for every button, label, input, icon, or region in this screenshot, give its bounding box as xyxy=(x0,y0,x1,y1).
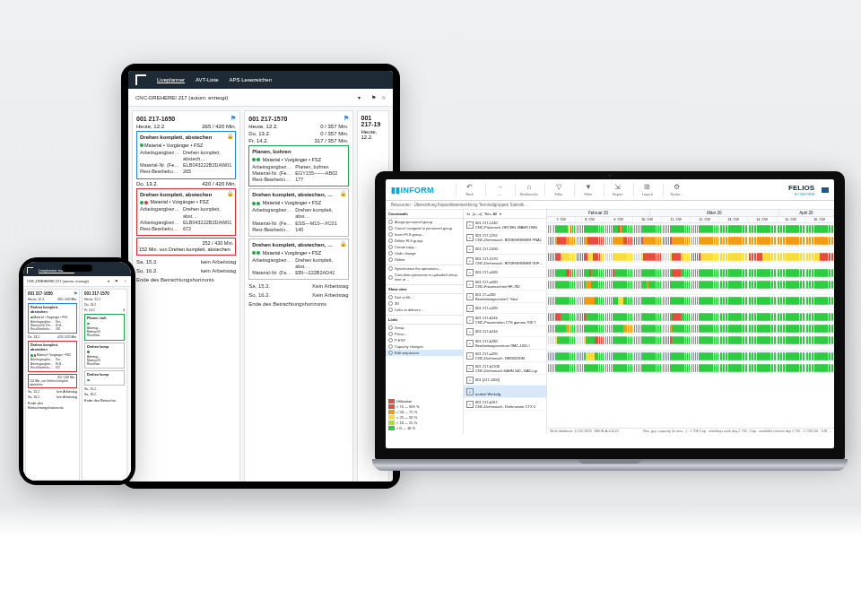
resource-row[interactable]: +001 217-a500CNC-Fräsmaschine HF-700 xyxy=(464,278,546,291)
expand-icon[interactable]: + xyxy=(466,305,474,312)
sidebar-item[interactable]: Insert FLS group… xyxy=(386,231,463,238)
gantt-chart[interactable]: Februar 20März 20April 20 7. CW8. CW9. C… xyxy=(547,210,834,434)
task-card[interactable]: Drehen kompArbeitsg…Material-NRest-Bear xyxy=(84,343,125,369)
task-card[interactable]: Planen, bohren Material • Vorgänger • FS… xyxy=(248,145,348,187)
expand-icon[interactable]: + xyxy=(466,328,474,335)
task-card[interactable]: 🔒 Drehen komplett, abstechen, … Material… xyxy=(248,188,348,237)
utilization-segment xyxy=(603,336,604,344)
resource-row[interactable]: +001 217-b246 xyxy=(464,326,546,337)
star-icon[interactable]: ☆ xyxy=(381,94,386,100)
flag-icon[interactable]: ⚑ xyxy=(74,291,77,296)
task-card[interactable]: Drehen komp xyxy=(84,370,125,386)
sidebar-item[interactable]: Capacity changes xyxy=(386,343,463,350)
sidebar-item[interactable]: Cumulate operations in uploaded setup ti… xyxy=(386,272,463,282)
sidebar-item[interactable]: 3D xyxy=(386,300,463,307)
summary-band[interactable]: 252 / 420 Min. 152 Min. von Drehen kompl… xyxy=(136,238,236,256)
resource-row[interactable]: +001 27-a200Bearbeitungscenter1 "blau" xyxy=(464,291,546,303)
gantt-row[interactable] xyxy=(547,311,834,323)
sidebar-item[interactable]: Setup xyxy=(386,325,463,331)
resource-row[interactable]: +001 217-b267CNC-Drehmasch. Drehmeister … xyxy=(464,398,546,411)
summary-band[interactable]: 252 / 420 Min. 152 Min. von Drehen kompl… xyxy=(28,374,77,388)
star-icon[interactable]: ☆ xyxy=(124,279,127,283)
task-card[interactable]: Drehen komplett, abstechen Material • Vo… xyxy=(28,303,77,334)
sidebar-item[interactable]: Delete xyxy=(386,256,463,263)
resource-row[interactable]: +001 217-a500 xyxy=(464,267,546,278)
sidebar-item[interactable]: Links to delivere… xyxy=(386,307,463,313)
resource-selector[interactable]: CNC-DREHEREI 217 (autom. erzeugt) xyxy=(135,95,352,100)
task-card[interactable]: Drehen komplett, abstechen Material • Vo… xyxy=(28,341,77,371)
expand-icon[interactable]: + xyxy=(466,257,474,265)
gantt-row[interactable] xyxy=(547,251,834,263)
toolbar-button[interactable]: →— xyxy=(485,183,513,196)
toolbar-button[interactable]: ↶Back xyxy=(456,183,483,196)
chevron-down-icon[interactable]: ▾ xyxy=(500,212,501,216)
language-flag-icon[interactable] xyxy=(822,187,829,193)
nav-aps-lesezeichen[interactable]: APS Lesezeichen xyxy=(230,77,272,82)
sidebar-item[interactable]: Undo change xyxy=(386,250,463,256)
expand-icon[interactable]: + xyxy=(466,246,474,253)
toolbar-button[interactable]: ⊞Layout xyxy=(633,183,661,196)
view-tabs[interactable]: Resourcen · Übersichung Kapazitätsentwic… xyxy=(386,201,834,210)
expand-icon[interactable]: + xyxy=(466,281,474,288)
expand-icon[interactable]: + xyxy=(466,365,474,372)
toolbar-button[interactable]: ⌂Bookmarks xyxy=(515,183,543,196)
gantt-row[interactable] xyxy=(547,334,834,346)
sidebar-item[interactable]: Delete FLS group xyxy=(386,238,463,244)
flag-icon[interactable]: ⚑ xyxy=(344,115,349,122)
toolbar-button[interactable]: ▼Filter xyxy=(574,183,602,196)
task-card[interactable]: Planen, bohArbeitsg…Material-NRest-Bear xyxy=(84,314,125,341)
sidebar-item[interactable]: Create copy… xyxy=(386,244,463,250)
flag-icon[interactable]: ⚑ xyxy=(371,94,376,100)
expand-icon[interactable]: + xyxy=(466,377,474,384)
sidebar-item[interactable]: Cancel assigned to personnel group xyxy=(386,225,463,231)
resource-row[interactable]: +001 217-b280Bearbeitungszentrum DMC-105… xyxy=(464,337,546,350)
resource-row[interactable]: +001 217-1292CNC-Drehmasch. BODENRINGER … xyxy=(464,231,546,244)
resource-row[interactable]: +001 [217-1450] xyxy=(464,375,546,386)
resource-row[interactable]: +001 217-a200CNC-Drehmasch. DMG500CM xyxy=(464,350,546,362)
sidebar-item[interactable]: P EGY xyxy=(386,337,463,343)
expand-icon[interactable]: + xyxy=(466,221,474,229)
utilization-segment xyxy=(803,253,805,261)
toolbar-button[interactable]: ⇲Export xyxy=(604,183,631,196)
resource-row[interactable]: +001 217-1570CNC-Drehmasch. BODENRINGER … xyxy=(464,255,546,267)
resource-row[interactable]: +001 217-1500 xyxy=(464,244,546,255)
chevron-down-icon[interactable]: ▾ xyxy=(358,94,361,100)
chevron-down-icon[interactable]: ▾ xyxy=(108,279,109,283)
toolbar-button[interactable]: ▽Filter xyxy=(544,183,572,196)
expand-icon[interactable]: + xyxy=(466,234,474,241)
nav-liveplanner[interactable]: Liveplanner xyxy=(157,77,185,82)
task-card[interactable]: 🔒 Drehen komplett, abstechen Material • … xyxy=(136,131,236,179)
sidebar-item[interactable]: Assign personnel group xyxy=(386,219,463,225)
expand-icon[interactable]: + xyxy=(466,317,474,324)
expand-icon[interactable]: + xyxy=(466,388,474,395)
gantt-row[interactable] xyxy=(547,351,834,362)
gantt-row[interactable] xyxy=(547,323,834,334)
gantt-row[interactable] xyxy=(547,267,834,279)
resource-row[interactable]: +andere Werkzfg xyxy=(464,386,546,398)
task-card[interactable]: 🔒 Drehen komplett, abstechen Material • … xyxy=(136,188,236,237)
flag-icon[interactable]: ⚑ xyxy=(230,115,236,122)
resource-selector[interactable]: CNC-DREHEREI 217 (autom. erzeugt) xyxy=(27,279,102,283)
gantt-row[interactable] xyxy=(547,223,834,235)
resource-row[interactable]: +001 217-a100 xyxy=(464,303,546,314)
resource-row[interactable]: +001 217-1240CNC-Präzmach. DECKEL MAHO D… xyxy=(464,219,546,231)
resource-row[interactable]: +001 217-b246CNC-Präzzentrum CTS gamma 7… xyxy=(464,314,546,326)
flag-icon[interactable]: ⚑ xyxy=(115,279,118,283)
expand-icon[interactable]: + xyxy=(466,352,474,360)
nav-avt-liste[interactable]: AVT-Liste xyxy=(196,77,219,82)
expand-icon[interactable]: + xyxy=(466,269,474,276)
expand-icon[interactable]: + xyxy=(466,401,474,408)
sidebar-item[interactable]: Perso… xyxy=(386,331,463,337)
gantt-row[interactable] xyxy=(547,235,834,247)
task-card[interactable]: 🔒 Drehen komplett, abstechen, … Material… xyxy=(248,239,348,280)
gantt-row[interactable] xyxy=(547,279,834,291)
expand-icon[interactable]: + xyxy=(466,293,474,300)
toolbar-button[interactable]: ⚙Name… xyxy=(663,183,691,196)
sidebar-item[interactable]: Edit sequences xyxy=(386,350,463,356)
gantt-row[interactable] xyxy=(547,362,834,374)
expand-icon[interactable]: + xyxy=(466,340,474,347)
sidebar-item[interactable]: Sort or filt… xyxy=(386,294,463,300)
sidebar-item[interactable]: Synchronize the operations… xyxy=(386,265,463,272)
gantt-row[interactable] xyxy=(547,295,834,307)
resource-row[interactable]: +001 217-b2100CNC-Drehmasch KAHN 540 - N… xyxy=(464,362,546,375)
